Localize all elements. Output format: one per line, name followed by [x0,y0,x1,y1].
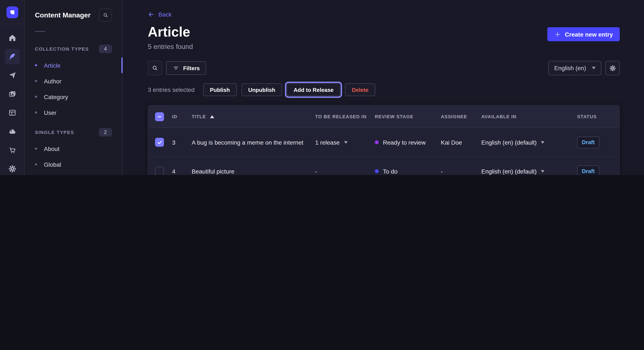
filters-button[interactable]: Filters [166,61,206,75]
status-badge: Draft [577,136,600,148]
rail-divider [0,24,24,24]
table-row: 3 A bug is becoming a meme on the intern… [148,128,619,157]
back-link[interactable]: Back [148,11,172,18]
row-available-in[interactable]: English (en) (default) [481,139,577,146]
column-header-id[interactable]: ID [172,114,192,119]
app-window: KD Content Manager COLLECTION TYPES 4 Ar… [0,0,644,175]
check-icon [157,140,162,145]
nav-settings[interactable] [4,161,20,175]
gear-icon [609,64,616,72]
column-header-available-in[interactable]: AVAILABLE IN [481,114,577,119]
arrow-left-icon [148,11,154,18]
column-header-released[interactable]: TO BE RELEASED IN [315,114,375,119]
row-assignee: - [441,168,481,175]
nav-rail: KD [0,0,25,175]
sidebar-content-manager: Content Manager COLLECTION TYPES 4 Artic… [25,0,123,175]
chevron-down-icon [541,141,544,144]
nav-content-type-builder[interactable] [4,105,20,120]
page-title: Article [148,25,193,39]
row-available-in[interactable]: English (en) (default) [481,168,577,175]
column-header-assignee[interactable]: ASSIGNEE [441,114,481,119]
sidebar-item-about[interactable]: About [35,141,112,157]
entries-table: ID TITLE TO BE RELEASED IN REVIEW STAGE … [148,105,620,175]
column-header-title[interactable]: TITLE [192,114,315,119]
sidebar-title: Content Manager [35,11,90,19]
nav-media-library[interactable] [4,86,20,102]
row-id: 4 [172,168,192,175]
sidebar-item-user[interactable]: User [35,105,112,120]
bullet-icon [35,163,37,166]
row-checkbox[interactable] [155,138,164,147]
row-released-in[interactable]: - [315,168,375,175]
bullet-icon [35,96,37,98]
bullet-icon [35,148,37,150]
column-header-review-stage[interactable]: REVIEW STAGE [375,114,441,119]
shopping-cart-icon [8,146,16,154]
table-row: 4 Beautiful picture - To do - English (e… [148,157,619,175]
sidebar-item-category[interactable]: Category [35,89,112,105]
section-single-types: SINGLE TYPES [35,130,74,135]
strapi-logo-icon [8,8,16,16]
nav-home[interactable] [4,30,20,45]
single-types-count-badge: 2 [99,128,112,137]
column-header-status[interactable]: STATUS [577,114,612,119]
bullet-icon [35,64,37,66]
chevron-down-icon [344,141,347,144]
select-all-checkbox[interactable] [155,112,164,121]
sidebar-item-global[interactable]: Global [35,157,112,172]
chevron-down-icon [541,170,544,173]
search-icon [152,65,158,71]
chevron-down-icon [592,67,596,69]
sidebar-search-button[interactable] [99,8,112,22]
status-badge: Draft [577,165,600,175]
delete-button[interactable]: Delete [345,83,375,96]
main-content: Back Article 5 entries found Create new … [123,0,644,175]
unpublish-button[interactable]: Unpublish [241,83,282,96]
gear-icon [8,165,16,173]
publish-button[interactable]: Publish [203,83,236,96]
create-new-entry-button[interactable]: Create new entry [547,27,620,41]
home-icon [8,34,16,42]
feather-pen-icon [8,52,16,61]
media-library-icon [8,90,16,98]
row-assignee: Kai Doe [441,139,481,146]
filter-icon [172,65,179,71]
table-header-row: ID TITLE TO BE RELEASED IN REVIEW STAGE … [148,105,619,128]
row-review-stage: Ready to review [375,139,441,146]
sidebar-divider [35,31,45,32]
paper-plane-icon [8,71,16,80]
row-title[interactable]: A bug is becoming a meme on the internet [192,139,315,146]
row-released-in[interactable]: 1 release [315,139,375,146]
search-icon [102,12,108,18]
search-entries-button[interactable] [148,61,162,75]
nav-deploy[interactable] [4,124,20,139]
bullet-icon [35,111,37,114]
bullet-icon [35,80,37,82]
sidebar-item-article[interactable]: Article [35,57,112,73]
cloud-icon [8,127,16,136]
selection-count: 3 entries selected [148,86,194,93]
add-to-release-button[interactable]: Add to Release [287,83,340,96]
plus-icon [554,31,561,38]
entries-count: 5 entries found [148,43,193,51]
section-collection-types: COLLECTION TYPES [35,46,89,51]
sort-ascending-icon [210,115,214,118]
stage-dot-icon [375,169,379,173]
view-settings-button[interactable] [605,61,620,75]
indeterminate-icon [157,114,162,119]
nav-transfer[interactable] [4,68,20,83]
sidebar-item-author[interactable]: Author [35,73,112,89]
locale-select[interactable]: English (en) [548,61,602,75]
nav-marketplace[interactable] [4,143,20,158]
row-review-stage: To do [375,168,441,175]
row-checkbox[interactable] [155,167,164,175]
strapi-logo[interactable] [6,6,18,18]
collection-types-count-badge: 4 [99,45,112,53]
row-id: 3 [172,139,192,146]
nav-content-manager[interactable] [4,49,20,64]
layout-icon [8,108,16,117]
stage-dot-icon [375,140,379,144]
row-title[interactable]: Beautiful picture [192,168,315,175]
